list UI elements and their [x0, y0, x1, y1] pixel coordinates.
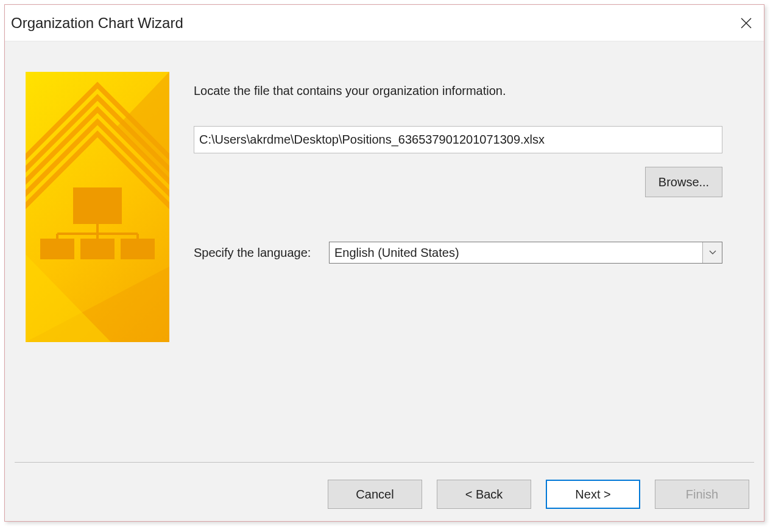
close-icon — [740, 17, 752, 29]
browse-row: Browse... — [194, 167, 722, 197]
content-area: Locate the file that contains your organ… — [5, 41, 764, 521]
svg-rect-5 — [121, 239, 155, 259]
button-row: Cancel < Back Next > Finish — [328, 480, 749, 509]
svg-rect-3 — [40, 239, 74, 259]
form-area: Locate the file that contains your organ… — [194, 72, 743, 521]
svg-rect-4 — [80, 239, 115, 259]
instruction-text: Locate the file that contains your organ… — [194, 84, 743, 98]
titlebar: Organization Chart Wizard — [5, 5, 764, 41]
dialog-title: Organization Chart Wizard — [11, 15, 183, 32]
wizard-illustration — [26, 72, 169, 342]
back-button[interactable]: < Back — [437, 480, 531, 509]
chevron-down-icon — [709, 250, 716, 255]
language-label: Specify the language: — [194, 246, 329, 260]
browse-button[interactable]: Browse... — [645, 167, 722, 197]
language-row: Specify the language: English (United St… — [194, 242, 722, 264]
cancel-button[interactable]: Cancel — [328, 480, 422, 509]
language-select[interactable]: English (United States) — [329, 242, 722, 264]
finish-button: Finish — [655, 480, 749, 509]
svg-rect-2 — [73, 187, 122, 224]
dropdown-arrow[interactable] — [702, 242, 722, 263]
svg-marker-13 — [26, 254, 111, 342]
next-button[interactable]: Next > — [546, 480, 640, 509]
language-value: English (United States) — [330, 246, 702, 260]
file-path-input[interactable] — [194, 126, 722, 153]
wizard-dialog: Organization Chart Wizard — [4, 4, 764, 522]
separator — [15, 462, 754, 463]
close-button[interactable] — [732, 9, 760, 37]
